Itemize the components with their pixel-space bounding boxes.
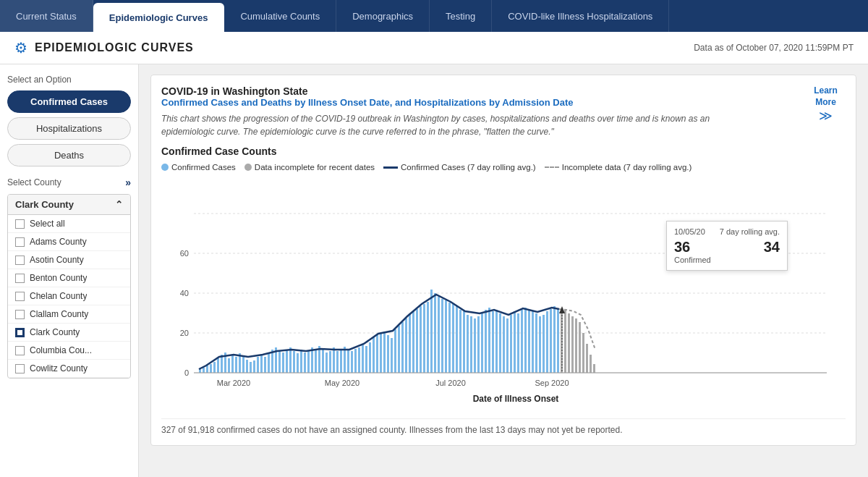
county-dropdown-header[interactable]: Clark County ⌃ <box>8 195 130 215</box>
county-item[interactable]: Select all <box>8 215 130 233</box>
svg-rect-50 <box>347 350 349 373</box>
chart-title-row: COVID-19 in Washington State Confirmed C… <box>161 85 846 138</box>
county-checkbox[interactable] <box>15 346 25 355</box>
svg-rect-118 <box>593 364 595 373</box>
svg-rect-31 <box>278 351 281 373</box>
svg-rect-60 <box>383 332 386 373</box>
legend-rolling-avg: Confirmed Cases (7 day rolling avg.) <box>383 163 536 172</box>
learn-more-button[interactable]: LearnMore <box>806 85 846 108</box>
tooltip-dates: 10/05/20 7 day rolling avg. <box>674 227 780 236</box>
svg-text:20: 20 <box>180 329 189 337</box>
nav-covid-hospitalizations[interactable]: COVID-like Illness Hospitalizations <box>492 0 669 32</box>
svg-rect-116 <box>586 344 588 373</box>
svg-rect-97 <box>517 313 519 373</box>
legend-incomplete-avg-label: Incomplete data (7 day rolling avg.) <box>562 163 692 172</box>
svg-rect-57 <box>373 337 375 373</box>
svg-rect-43 <box>322 350 324 373</box>
legend-line-dashed <box>545 166 559 169</box>
svg-rect-53 <box>358 347 360 373</box>
county-label: Asotin County <box>30 255 84 265</box>
county-checkbox[interactable] <box>15 274 25 283</box>
legend-dot-blue <box>161 164 169 171</box>
county-checkbox[interactable] <box>15 219 25 229</box>
page-title: EPIDEMIOLOGIC CURVES <box>35 41 194 54</box>
county-item[interactable]: Clallam County <box>8 305 130 324</box>
svg-rect-65 <box>401 322 404 373</box>
chart-title-content: COVID-19 in Washington State Confirmed C… <box>161 85 806 138</box>
tooltip-value2: 34 <box>764 239 780 256</box>
svg-text:40: 40 <box>180 289 189 297</box>
county-expand-button[interactable]: » <box>125 177 131 188</box>
svg-rect-68 <box>412 311 414 373</box>
svg-text:Date of Illness Onset: Date of Illness Onset <box>473 394 559 404</box>
county-label: Benton County <box>30 273 87 283</box>
county-item[interactable]: Benton County <box>8 269 130 287</box>
option-deaths[interactable]: Deaths <box>7 144 131 166</box>
legend-incomplete-label: Data incomplete for recent dates <box>255 163 375 172</box>
svg-rect-103 <box>539 316 541 373</box>
svg-rect-32 <box>282 353 284 373</box>
county-item[interactable]: Cowlitz County <box>8 360 130 378</box>
svg-text:May 2020: May 2020 <box>325 379 359 387</box>
county-item[interactable]: Adams County <box>8 233 130 251</box>
tooltip-value2-group: 34 <box>764 239 780 264</box>
county-item[interactable]: Chelan County <box>8 287 130 305</box>
svg-rect-94 <box>506 318 509 373</box>
county-label: Select all <box>30 219 65 229</box>
county-checkbox[interactable] <box>15 310 25 319</box>
chart-footnote: 327 of 91,918 confirmed cases do not hav… <box>161 418 846 435</box>
county-checkbox[interactable] <box>15 256 25 265</box>
svg-rect-73 <box>430 290 433 373</box>
svg-rect-78 <box>448 303 451 373</box>
chart-svg: 0 20 40 60 <box>161 177 841 409</box>
svg-rect-79 <box>452 304 454 373</box>
svg-rect-74 <box>434 293 436 373</box>
svg-rect-87 <box>481 313 483 373</box>
nav-current-status[interactable]: Current Status <box>0 0 93 32</box>
svg-rect-56 <box>369 342 371 373</box>
svg-rect-107 <box>553 306 556 373</box>
svg-rect-69 <box>416 309 418 373</box>
svg-rect-110 <box>564 310 566 373</box>
svg-rect-35 <box>293 351 295 373</box>
svg-rect-28 <box>268 353 270 373</box>
svg-rect-27 <box>264 357 266 373</box>
county-checkbox[interactable] <box>15 364 25 373</box>
svg-rect-102 <box>535 313 537 373</box>
svg-rect-101 <box>532 311 534 373</box>
county-checkbox[interactable] <box>15 328 25 337</box>
nav-epidemiologic-curves[interactable]: Epidemiologic Curves <box>93 3 225 32</box>
data-timestamp: Data as of October 07, 2020 11:59PM PT <box>694 43 854 53</box>
nav-testing[interactable]: Testing <box>430 0 492 32</box>
select-option-label: Select an Option <box>7 75 131 85</box>
svg-rect-72 <box>427 302 429 373</box>
county-checkbox[interactable] <box>15 292 25 301</box>
svg-rect-98 <box>521 310 523 373</box>
svg-text:0: 0 <box>184 368 189 377</box>
svg-rect-33 <box>286 350 288 373</box>
svg-rect-86 <box>477 316 480 373</box>
nav-demographics[interactable]: Demographics <box>336 0 430 32</box>
svg-rect-83 <box>467 315 469 373</box>
main-layout: Select an Option Confirmed Cases Hospita… <box>0 64 868 477</box>
county-item[interactable]: Columbia Cou... <box>8 342 130 360</box>
learn-more-chevron-icon[interactable]: ≫ <box>806 108 846 124</box>
selected-county-label: Clark County <box>15 199 74 210</box>
svg-rect-95 <box>510 315 512 373</box>
county-item[interactable]: Clark County <box>8 324 130 342</box>
svg-rect-55 <box>365 346 367 373</box>
svg-rect-105 <box>546 311 548 373</box>
county-checkbox[interactable] <box>15 237 25 247</box>
svg-rect-112 <box>571 316 574 373</box>
svg-text:Mar 2020: Mar 2020 <box>217 379 250 387</box>
county-item[interactable]: Asotin County <box>8 251 130 269</box>
chart-main-title: COVID-19 in Washington State <box>161 85 762 97</box>
legend-data-incomplete: Data incomplete for recent dates <box>244 163 375 172</box>
option-hospitalizations[interactable]: Hospitalizations <box>7 117 131 140</box>
legend-dot-gray <box>244 164 252 171</box>
svg-rect-106 <box>550 309 552 373</box>
nav-cumulative-counts[interactable]: Cumulative Counts <box>224 0 336 32</box>
option-confirmed-cases[interactable]: Confirmed Cases <box>7 90 131 113</box>
header-left: ⚙ EPIDEMIOLOGIC CURVES <box>14 39 194 56</box>
legend-confirmed-cases: Confirmed Cases <box>161 163 236 172</box>
